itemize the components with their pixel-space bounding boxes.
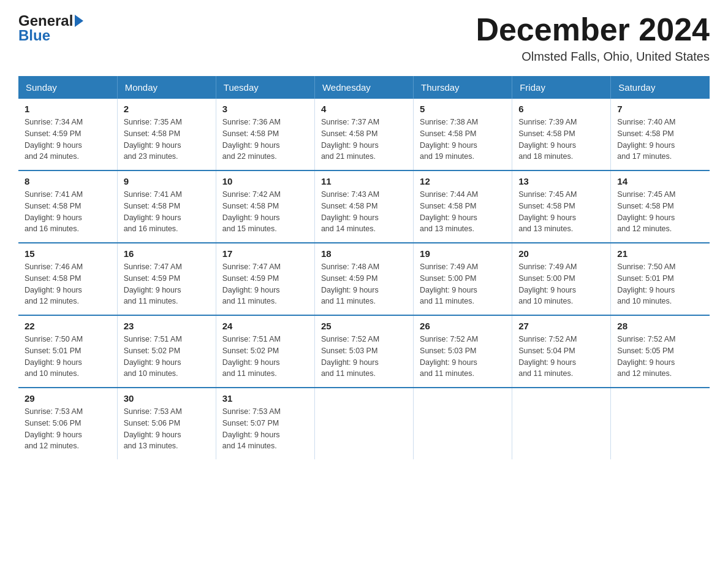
calendar-week-row: 8 Sunrise: 7:41 AM Sunset: 4:58 PM Dayli…: [18, 170, 710, 243]
table-row: 18 Sunrise: 7:48 AM Sunset: 4:59 PM Dayl…: [314, 243, 413, 315]
day-number: 16: [124, 248, 210, 259]
location-title: Olmsted Falls, Ohio, United States: [476, 50, 710, 64]
table-row: 13 Sunrise: 7:45 AM Sunset: 4:58 PM Dayl…: [512, 170, 611, 243]
day-info: Sunrise: 7:48 AM Sunset: 4:59 PM Dayligh…: [321, 261, 407, 307]
day-number: 5: [420, 104, 506, 114]
day-info: Sunrise: 7:45 AM Sunset: 4:58 PM Dayligh…: [518, 189, 604, 235]
day-number: 31: [222, 393, 308, 404]
day-number: 11: [321, 176, 407, 186]
table-row: 16 Sunrise: 7:47 AM Sunset: 4:59 PM Dayl…: [117, 243, 216, 315]
table-row: 9 Sunrise: 7:41 AM Sunset: 4:58 PM Dayli…: [117, 170, 216, 243]
logo-blue-text: Blue: [18, 27, 50, 44]
table-row: 22 Sunrise: 7:50 AM Sunset: 5:01 PM Dayl…: [18, 315, 117, 388]
table-row: 12 Sunrise: 7:44 AM Sunset: 4:58 PM Dayl…: [414, 170, 512, 243]
day-number: 3: [222, 104, 308, 114]
day-info: Sunrise: 7:50 AM Sunset: 5:01 PM Dayligh…: [25, 334, 111, 380]
table-row: 11 Sunrise: 7:43 AM Sunset: 4:58 PM Dayl…: [314, 170, 413, 243]
day-number: 9: [124, 176, 210, 186]
day-number: 18: [321, 248, 407, 259]
table-row: [611, 388, 710, 459]
page-header: General Blue December 2024 Olmsted Falls…: [18, 12, 710, 64]
header-tuesday: Tuesday: [216, 76, 314, 99]
header-wednesday: Wednesday: [314, 76, 413, 99]
day-number: 12: [420, 176, 506, 186]
day-number: 19: [420, 248, 506, 259]
table-row: 19 Sunrise: 7:49 AM Sunset: 5:00 PM Dayl…: [414, 243, 512, 315]
day-info: Sunrise: 7:51 AM Sunset: 5:02 PM Dayligh…: [124, 334, 210, 380]
table-row: 30 Sunrise: 7:53 AM Sunset: 5:06 PM Dayl…: [117, 388, 216, 459]
day-number: 25: [321, 321, 407, 331]
day-info: Sunrise: 7:44 AM Sunset: 4:58 PM Dayligh…: [420, 189, 506, 235]
day-info: Sunrise: 7:38 AM Sunset: 4:58 PM Dayligh…: [420, 117, 506, 163]
table-row: 24 Sunrise: 7:51 AM Sunset: 5:02 PM Dayl…: [216, 315, 314, 388]
table-row: 10 Sunrise: 7:42 AM Sunset: 4:58 PM Dayl…: [216, 170, 314, 243]
day-info: Sunrise: 7:49 AM Sunset: 5:00 PM Dayligh…: [420, 261, 506, 307]
header-saturday: Saturday: [611, 76, 710, 99]
table-row: 20 Sunrise: 7:49 AM Sunset: 5:00 PM Dayl…: [512, 243, 611, 315]
header-monday: Monday: [117, 76, 216, 99]
day-number: 14: [617, 176, 703, 186]
table-row: 4 Sunrise: 7:37 AM Sunset: 4:58 PM Dayli…: [314, 99, 413, 170]
day-number: 4: [321, 104, 407, 114]
header-thursday: Thursday: [414, 76, 512, 99]
table-row: 29 Sunrise: 7:53 AM Sunset: 5:06 PM Dayl…: [18, 388, 117, 459]
table-row: 28 Sunrise: 7:52 AM Sunset: 5:05 PM Dayl…: [611, 315, 710, 388]
day-number: 10: [222, 176, 308, 186]
table-row: 31 Sunrise: 7:53 AM Sunset: 5:07 PM Dayl…: [216, 388, 314, 459]
table-row: 26 Sunrise: 7:52 AM Sunset: 5:03 PM Dayl…: [414, 315, 512, 388]
day-number: 7: [617, 104, 703, 114]
day-info: Sunrise: 7:53 AM Sunset: 5:06 PM Dayligh…: [25, 406, 111, 452]
table-row: 25 Sunrise: 7:52 AM Sunset: 5:03 PM Dayl…: [314, 315, 413, 388]
day-number: 28: [617, 321, 703, 331]
day-number: 13: [518, 176, 604, 186]
day-number: 24: [222, 321, 308, 331]
table-row: 27 Sunrise: 7:52 AM Sunset: 5:04 PM Dayl…: [512, 315, 611, 388]
calendar-week-row: 15 Sunrise: 7:46 AM Sunset: 4:58 PM Dayl…: [18, 243, 710, 315]
day-info: Sunrise: 7:42 AM Sunset: 4:58 PM Dayligh…: [222, 189, 308, 235]
day-info: Sunrise: 7:41 AM Sunset: 4:58 PM Dayligh…: [25, 189, 111, 235]
table-row: 21 Sunrise: 7:50 AM Sunset: 5:01 PM Dayl…: [611, 243, 710, 315]
day-info: Sunrise: 7:47 AM Sunset: 4:59 PM Dayligh…: [222, 261, 308, 307]
day-info: Sunrise: 7:49 AM Sunset: 5:00 PM Dayligh…: [518, 261, 604, 307]
day-info: Sunrise: 7:37 AM Sunset: 4:58 PM Dayligh…: [321, 117, 407, 163]
calendar-week-row: 22 Sunrise: 7:50 AM Sunset: 5:01 PM Dayl…: [18, 315, 710, 388]
day-info: Sunrise: 7:36 AM Sunset: 4:58 PM Dayligh…: [222, 117, 308, 163]
day-info: Sunrise: 7:34 AM Sunset: 4:59 PM Dayligh…: [25, 117, 111, 163]
day-number: 17: [222, 248, 308, 259]
table-row: 2 Sunrise: 7:35 AM Sunset: 4:58 PM Dayli…: [117, 99, 216, 170]
day-number: 23: [124, 321, 210, 331]
title-area: December 2024 Olmsted Falls, Ohio, Unite…: [476, 12, 710, 64]
table-row: 7 Sunrise: 7:40 AM Sunset: 4:58 PM Dayli…: [611, 99, 710, 170]
table-row: 23 Sunrise: 7:51 AM Sunset: 5:02 PM Dayl…: [117, 315, 216, 388]
day-info: Sunrise: 7:45 AM Sunset: 4:58 PM Dayligh…: [617, 189, 703, 235]
day-number: 15: [25, 248, 111, 259]
table-row: [512, 388, 611, 459]
day-info: Sunrise: 7:39 AM Sunset: 4:58 PM Dayligh…: [518, 117, 604, 163]
logo: General Blue: [18, 12, 83, 44]
day-number: 26: [420, 321, 506, 331]
day-number: 22: [25, 321, 111, 331]
logo-arrow-icon: [75, 15, 83, 27]
day-number: 1: [25, 104, 111, 114]
day-info: Sunrise: 7:52 AM Sunset: 5:05 PM Dayligh…: [617, 334, 703, 380]
table-row: 6 Sunrise: 7:39 AM Sunset: 4:58 PM Dayli…: [512, 99, 611, 170]
day-info: Sunrise: 7:52 AM Sunset: 5:04 PM Dayligh…: [518, 334, 604, 380]
day-number: 20: [518, 248, 604, 259]
table-row: 3 Sunrise: 7:36 AM Sunset: 4:58 PM Dayli…: [216, 99, 314, 170]
month-title: December 2024: [476, 12, 710, 47]
header-sunday: Sunday: [18, 76, 117, 99]
calendar-table: Sunday Monday Tuesday Wednesday Thursday…: [18, 76, 710, 459]
day-info: Sunrise: 7:35 AM Sunset: 4:58 PM Dayligh…: [124, 117, 210, 163]
day-number: 29: [25, 393, 111, 404]
day-info: Sunrise: 7:50 AM Sunset: 5:01 PM Dayligh…: [617, 261, 703, 307]
day-info: Sunrise: 7:51 AM Sunset: 5:02 PM Dayligh…: [222, 334, 308, 380]
day-info: Sunrise: 7:47 AM Sunset: 4:59 PM Dayligh…: [124, 261, 210, 307]
day-info: Sunrise: 7:52 AM Sunset: 5:03 PM Dayligh…: [420, 334, 506, 380]
table-row: 17 Sunrise: 7:47 AM Sunset: 4:59 PM Dayl…: [216, 243, 314, 315]
table-row: 14 Sunrise: 7:45 AM Sunset: 4:58 PM Dayl…: [611, 170, 710, 243]
calendar-week-row: 1 Sunrise: 7:34 AM Sunset: 4:59 PM Dayli…: [18, 99, 710, 170]
day-number: 27: [518, 321, 604, 331]
day-info: Sunrise: 7:41 AM Sunset: 4:58 PM Dayligh…: [124, 189, 210, 235]
table-row: 8 Sunrise: 7:41 AM Sunset: 4:58 PM Dayli…: [18, 170, 117, 243]
day-number: 6: [518, 104, 604, 114]
